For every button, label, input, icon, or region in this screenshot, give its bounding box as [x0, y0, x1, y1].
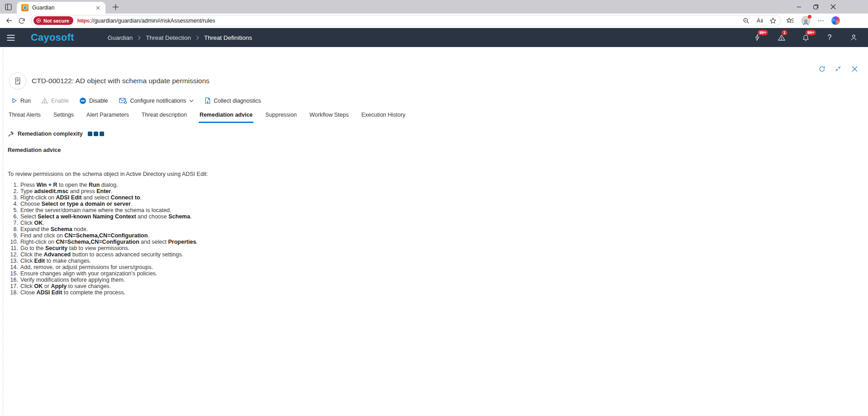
panel-controls: [818, 65, 858, 72]
notifications-button[interactable]: 99+: [801, 33, 810, 42]
activity-button[interactable]: 99+: [753, 33, 762, 42]
guardian-favicon-icon: [21, 4, 29, 11]
browser-address-bar: Not secure https://guardian/guardian/adm…: [0, 14, 868, 28]
page-title: CTD-000122: AD object with schema update…: [32, 77, 210, 85]
minimize-button[interactable]: [790, 0, 807, 13]
url-field[interactable]: Not secure https://guardian/guardian/adm…: [31, 15, 781, 26]
tab-workflow-steps[interactable]: Workflow Steps: [309, 110, 350, 123]
window-close-button[interactable]: [825, 0, 842, 13]
step-item: 14.Add, remove, or adjust permissions fo…: [0, 264, 868, 270]
step-item: 13.Click Edit to make changes.: [0, 258, 868, 264]
not-secure-badge[interactable]: Not secure: [33, 16, 73, 25]
tab-suppression[interactable]: Suppression: [264, 110, 298, 123]
collect-diagnostics-button[interactable]: Collect diagnostics: [205, 97, 261, 104]
tab-remediation-advice[interactable]: Remediation advice: [199, 110, 253, 123]
run-label: Run: [20, 98, 31, 104]
menu-icon[interactable]: [6, 33, 16, 42]
alerts-badge: 1: [782, 30, 787, 35]
step-item: 5.Enter the server/domain name where the…: [0, 207, 868, 213]
title-row: CTD-000122: AD object with schema update…: [0, 47, 868, 90]
tab-execution-history[interactable]: Execution History: [360, 110, 406, 123]
chevron-right-icon: [196, 35, 199, 40]
tab-close-icon[interactable]: [94, 4, 102, 12]
account-button[interactable]: [849, 33, 858, 42]
tab-alert-parameters[interactable]: Alert Parameters: [86, 110, 130, 123]
step-item: 18.Close ADSI Edit to complete the proce…: [0, 289, 868, 296]
step-item: 10.Right-click on CN=Schema,CN=Configura…: [0, 239, 868, 245]
read-aloud-icon[interactable]: [756, 17, 763, 24]
enable-button[interactable]: Enable: [42, 98, 69, 104]
breadcrumb: Guardian Threat Detection Threat Definit…: [108, 34, 252, 41]
copilot-icon[interactable]: [831, 16, 840, 25]
disable-label: Disable: [89, 98, 108, 104]
step-item: 9.Find and click on CN=Schema,CN=Configu…: [0, 232, 868, 239]
help-button[interactable]: ?: [825, 33, 834, 42]
favorite-star-icon[interactable]: [769, 17, 777, 24]
complexity-square: [88, 132, 92, 136]
collapse-icon[interactable]: [835, 65, 842, 72]
workspaces-icon[interactable]: [5, 3, 12, 11]
step-item: 15.Ensure changes align with your organi…: [0, 270, 868, 277]
new-tab-button[interactable]: [111, 2, 120, 11]
step-item: 8.Expand the Schema node.: [0, 226, 868, 232]
remediation-complexity: Remediation complexity: [0, 123, 868, 137]
tab-threat-alerts[interactable]: Threat Alerts: [8, 110, 42, 123]
remediation-complexity-label: Remediation complexity: [18, 131, 83, 137]
chevron-right-icon: [138, 35, 141, 40]
complexity-squares: [88, 132, 104, 136]
back-button[interactable]: [3, 14, 15, 27]
step-item: 2.Type adsiedit.msc and press Enter.: [0, 188, 868, 194]
step-item: 4.Choose Select or type a domain or serv…: [0, 201, 868, 207]
tab-bar: Threat AlertsSettingsAlert ParametersThr…: [0, 104, 868, 123]
step-item: 12.Click the Advanced button to access a…: [0, 251, 868, 258]
collections-icon[interactable]: [786, 17, 794, 24]
run-button[interactable]: Run: [11, 98, 31, 104]
activity-badge: 99+: [758, 30, 768, 35]
step-item: 3.Right-click on ADSI Edit and select Co…: [0, 194, 868, 201]
breadcrumb-guardian[interactable]: Guardian: [108, 34, 133, 41]
alerts-button[interactable]: 1: [777, 33, 786, 42]
enable-label: Enable: [51, 98, 69, 104]
configure-notifications-label: Configure notifications: [130, 98, 186, 104]
play-icon: [11, 98, 17, 104]
action-toolbar: Run Enable Disable Configure notificatio…: [0, 90, 868, 104]
complexity-square: [100, 132, 104, 136]
document-download-icon: [205, 97, 210, 104]
not-secure-label: Not secure: [43, 18, 69, 24]
complexity-square: [94, 132, 98, 136]
reload-button[interactable]: [15, 14, 28, 27]
url-scheme: https: [77, 18, 90, 24]
browser-tab[interactable]: Guardian: [17, 2, 105, 14]
tab-threat-description[interactable]: Threat description: [141, 110, 188, 123]
profile-avatar[interactable]: [801, 16, 811, 25]
more-menu-icon[interactable]: [817, 17, 825, 24]
refresh-icon[interactable]: [818, 65, 825, 72]
step-item: 11.Go to the Security tab to view permis…: [0, 245, 868, 251]
step-item: 17.Click OK or Apply to save changes.: [0, 283, 868, 289]
zoom-out-icon[interactable]: [743, 17, 750, 24]
warning-icon: [42, 98, 48, 104]
close-icon[interactable]: [851, 65, 858, 72]
tab-settings[interactable]: Settings: [52, 110, 75, 123]
person-icon: [850, 33, 858, 42]
remediation-advice-heading: Remediation advice: [0, 137, 868, 153]
restore-button[interactable]: [807, 0, 825, 13]
cayosoft-logo[interactable]: Cayosoft: [31, 32, 74, 43]
steps-list: 1.Press Win + R to open the Run dialog.2…: [0, 182, 868, 296]
breadcrumb-threat-detection[interactable]: Threat Detection: [146, 34, 191, 41]
step-item: 16.Verify modifications before applying …: [0, 277, 868, 283]
window-controls: [790, 0, 842, 13]
step-item: 1.Press Win + R to open the Run dialog.: [0, 182, 868, 188]
mail-settings-icon: [119, 98, 127, 104]
tool-icon: [8, 131, 14, 137]
advice-intro: To review permissions on the schema obje…: [0, 153, 868, 177]
configure-notifications-button[interactable]: Configure notifications: [119, 98, 194, 104]
breadcrumb-threat-definitions[interactable]: Threat Definitions: [204, 34, 252, 41]
disable-button[interactable]: Disable: [80, 98, 108, 104]
step-item: 7.Click OK.: [0, 220, 868, 226]
browser-tab-strip: Guardian: [0, 0, 868, 14]
tab-title: Guardian: [32, 5, 91, 11]
url-text: https://guardian/guardian/admin#/riskAss…: [77, 18, 215, 24]
profile-notification-dot: [808, 15, 811, 19]
disable-icon: [80, 98, 86, 104]
